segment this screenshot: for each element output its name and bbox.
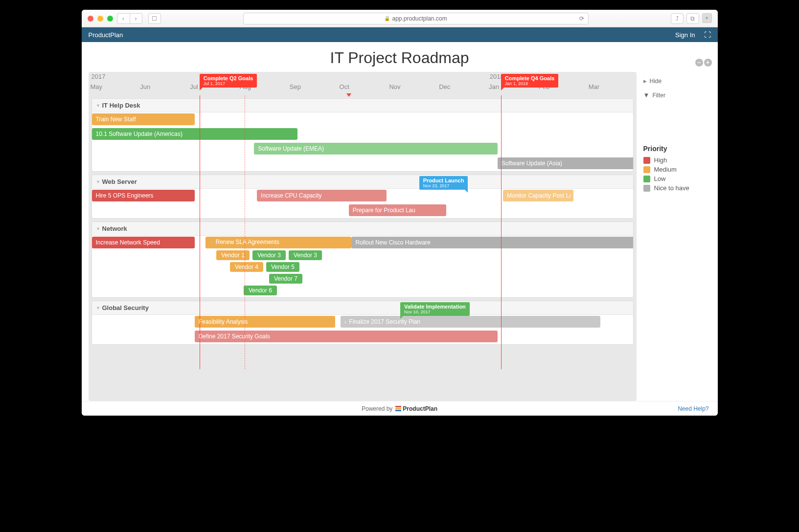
today-marker-icon (346, 93, 351, 97)
sub-bar-vendor-6[interactable]: Vendor 6 (244, 286, 277, 295)
powered-by-label: Powered by (362, 405, 392, 412)
page-title: IT Project Roadmap (82, 42, 718, 72)
milestone-q2[interactable]: Complete Q2 Goals Jul 1, 2017 (200, 74, 257, 88)
milestone-validate-impl[interactable]: Validate Implementation Nov 10, 2017 (400, 302, 470, 316)
month-label: Sep (288, 83, 338, 90)
filter-button[interactable]: ▼ Filter (643, 89, 710, 101)
bar-label: Software Update (EMEA) (258, 145, 324, 152)
sub-bar-vendor-7[interactable]: Vendor 7 (269, 274, 302, 284)
bar-label: Hire 5 OPS Engineers (96, 192, 154, 199)
legend-low[interactable]: Low (643, 174, 710, 183)
main-layout: Complete Q2 Goals Jul 1, 2017 Complete Q… (82, 72, 718, 401)
bar-label: Rollout New Cisco Hardware (355, 239, 430, 246)
lock-icon: 🔒 (384, 16, 390, 21)
milestone-product-launch[interactable]: Product Launch Nov 23, 2017 (419, 176, 468, 190)
milestone-date: Jan 1, 2018 (505, 81, 554, 86)
bar-renew-sla[interactable]: ▾ Renew SLA Agreements (205, 237, 352, 248)
minimize-icon[interactable] (97, 16, 103, 22)
new-tab-button[interactable]: + (702, 13, 712, 23)
milestone-date: Nov 23, 2017 (423, 183, 464, 188)
lane-header[interactable]: ▾ Web Server (92, 175, 633, 189)
sub-bar-vendor-3a[interactable]: Vendor 3 (252, 250, 286, 260)
legend-nice[interactable]: Nice to have (643, 183, 710, 193)
priority-legend: Priority High Medium Low (643, 145, 710, 193)
sub-bar-vendor-3b[interactable]: Vendor 3 (289, 250, 322, 260)
url-bar[interactable]: 🔒 app.productplan.com ⟳ (243, 13, 589, 24)
timeline: Complete Q2 Goals Jul 1, 2017 Complete Q… (89, 72, 637, 401)
chevron-down-icon: ▾ (97, 179, 99, 184)
close-icon[interactable] (88, 16, 93, 22)
bar-define-security-goals[interactable]: Define 2017 Security Goals (195, 331, 498, 342)
bar-label: Prepare for Product Lau (353, 207, 415, 214)
bar-software-update-asia[interactable]: Software Update (Asia) (498, 157, 634, 169)
bar-label: Increase CPU Capacity (261, 192, 322, 199)
legend-label: Medium (654, 166, 677, 173)
sub-bar-vendor-4[interactable]: Vendor 4 (230, 262, 263, 272)
bar-software-update-americas[interactable]: 10.1 Software Update (Americas) (92, 128, 297, 140)
need-help-link[interactable]: Need Help? (678, 405, 708, 412)
traffic-lights (88, 16, 113, 22)
zoom-out-button[interactable]: − (695, 59, 703, 66)
bar-rollout-cisco[interactable]: Rollout New Cisco Hardware (351, 237, 633, 248)
sidebar-toggle-button[interactable]: ☐ (148, 13, 161, 24)
chevron-down-icon: ▾ (210, 240, 213, 245)
share-button[interactable]: ⤴ (671, 13, 684, 24)
bar-train-staff[interactable]: Train New Staff (92, 113, 195, 125)
sub-bar-vendor-1[interactable]: Vendor 1 (216, 250, 250, 260)
bar-monitor-capacity[interactable]: Monitor Capacity Post Lı (503, 190, 573, 201)
milestone-title: Validate Implementation (404, 304, 466, 310)
browser-right-buttons: ⤴ ⧉ + (671, 13, 712, 24)
bar-label: Train New Staff (96, 116, 136, 123)
bar-finalize-security-plan[interactable]: › Finalize 2017 Security Plan (341, 316, 600, 328)
reload-icon[interactable]: ⟳ (579, 15, 584, 22)
footer: Powered by ProductPlan Need Help? (82, 401, 718, 416)
bar-label: Define 2017 Security Goals (199, 333, 270, 340)
bar-feasibility[interactable]: Feasibility Analysis (195, 316, 336, 328)
hide-label: Hide (650, 78, 662, 85)
bar-label: Feasibility Analysis (199, 318, 248, 325)
legend-label: High (654, 156, 667, 164)
milestone-date: Nov 10, 2017 (404, 310, 466, 314)
hide-button[interactable]: ▶ Hide (643, 76, 710, 87)
lane-title: Global Security (102, 304, 149, 311)
lane-title: Network (102, 225, 127, 232)
lane-header[interactable]: ▾ IT Help Desk (92, 99, 633, 112)
bar-software-update-emea[interactable]: Software Update (EMEA) (254, 143, 498, 155)
bar-label: Renew SLA Agreements (216, 239, 279, 245)
month-label: May (89, 83, 138, 90)
back-button[interactable]: ‹ (117, 13, 130, 24)
sub-bar-vendor-5[interactable]: Vendor 5 (266, 262, 299, 272)
bar-label: Monitor Capacity Post Lı (507, 192, 571, 199)
lane-security: Validate Implementation Nov 10, 2017 ▾ G… (91, 301, 634, 345)
month-label: Jun (138, 83, 188, 90)
bar-hire-ops[interactable]: Hire 5 OPS Engineers (92, 190, 195, 201)
bar-increase-network-speed[interactable]: Increase Network Speed (92, 237, 195, 248)
forward-button[interactable]: › (130, 13, 142, 24)
bar-increase-cpu[interactable]: Increase CPU Capacity (257, 190, 387, 201)
lane-title: Web Server (102, 178, 137, 185)
milestone-title: Complete Q2 Goals (204, 75, 253, 81)
tabs-button[interactable]: ⧉ (686, 13, 699, 24)
logo-text: ProductPlan (403, 405, 437, 412)
app-body: ProductPlan Sign In ⛶ IT Project Roadmap… (82, 27, 718, 416)
productplan-logo[interactable]: ProductPlan (395, 405, 437, 412)
nav-back-forward: ‹ › (117, 13, 142, 24)
brand-label: ProductPlan (89, 31, 123, 39)
triangle-right-icon: ▶ (643, 79, 647, 84)
legend-title: Priority (643, 145, 710, 153)
fullscreen-icon[interactable]: ⛶ (704, 31, 711, 39)
sign-in-link[interactable]: Sign In (675, 31, 695, 39)
lane-header[interactable]: ▾ Network (92, 222, 633, 236)
url-text: app.productplan.com (392, 15, 447, 22)
milestone-q4[interactable]: Complete Q4 Goals Jan 1, 2018 (501, 74, 558, 88)
maximize-icon[interactable] (107, 16, 113, 22)
year-label: 2017 (89, 72, 487, 81)
right-panel: ▶ Hide ▼ Filter Priority High Medium (639, 72, 718, 401)
month-label: Mar (587, 83, 637, 90)
lane-header[interactable]: ▾ Global Security (92, 301, 633, 315)
legend-medium[interactable]: Medium (643, 165, 710, 174)
legend-high[interactable]: High (643, 155, 710, 165)
milestone-title: Product Launch (423, 177, 464, 183)
bar-prepare-launch[interactable]: Prepare for Product Lau (349, 204, 446, 216)
zoom-in-button[interactable]: + (704, 59, 712, 66)
